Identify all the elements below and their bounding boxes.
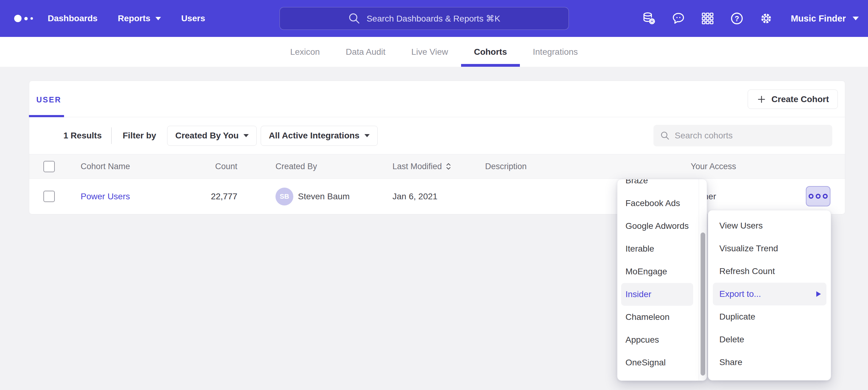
scrollbar-track (699, 179, 707, 381)
filter-by-label: Filter by (123, 131, 156, 140)
menu-item-duplicate[interactable]: Duplicate (708, 305, 831, 328)
menu-item-export-to[interactable]: Export to... (713, 283, 827, 305)
project-name: Music Finder (791, 13, 846, 24)
search-icon (660, 130, 670, 141)
chevron-down-icon (155, 17, 161, 20)
cohort-name-link[interactable]: Power Users (81, 192, 130, 201)
screen: Dashboards Reports Users Search Dashboar… (0, 0, 868, 390)
col-header-count: Count (185, 162, 237, 171)
menu-item-facebook-ads[interactable]: Facebook Ads (617, 192, 699, 215)
tab-live-view[interactable]: Live View (398, 37, 461, 67)
cohort-search-box (653, 125, 832, 147)
submenu-arrow-icon (816, 291, 821, 297)
chevron-down-icon (852, 17, 859, 20)
col-header-last-modified: Last Modified (393, 162, 485, 171)
svg-text:?: ? (735, 14, 739, 23)
export-menu-viewport: Braze Facebook Ads Google Adwords Iterab… (617, 179, 707, 381)
table-row: Power Users 22,777 SB Steven Baum Jan 6,… (29, 179, 845, 214)
nav-right-cluster: ? Music Finder (642, 0, 859, 37)
menu-item-view-users[interactable]: View Users (708, 215, 831, 237)
menu-item-braze[interactable]: Braze (617, 179, 699, 192)
top-nav: Dashboards Reports Users Search Dashboar… (0, 0, 868, 37)
menu-item-moengage[interactable]: MoEngage (617, 260, 699, 283)
chevron-down-icon (244, 134, 249, 137)
menu-item-refresh-count[interactable]: Refresh Count (708, 260, 831, 283)
export-menu-list: Braze Facebook Ads Google Adwords Iterab… (617, 179, 699, 374)
tab-user-cohorts[interactable]: USER (36, 95, 61, 104)
created-by-name: Steven Baum (298, 192, 350, 201)
cohort-search-input[interactable] (675, 131, 826, 140)
menu-item-chameleon[interactable]: Chameleon (617, 306, 699, 328)
filter-toolbar: 1 Results Filter by Created By You All A… (29, 117, 845, 154)
mixpanel-logo-icon[interactable] (14, 0, 33, 37)
menu-item-onesignal[interactable]: OneSignal (617, 351, 699, 374)
project-switcher[interactable]: Music Finder (791, 13, 859, 24)
integrations-filter-dropdown[interactable]: All Active Integrations (261, 126, 378, 146)
table-header: Cohort Name Count Created By Last Modifi… (29, 154, 845, 179)
results-count: 1 Results (63, 131, 102, 140)
global-search-placeholder: Search Dashboards & Reports ⌘K (367, 13, 500, 24)
divider (111, 127, 112, 144)
col-header-created-by: Created By (237, 162, 393, 171)
select-all-checkbox[interactable] (43, 161, 55, 172)
menu-item-delete[interactable]: Delete (708, 328, 831, 351)
search-icon (348, 12, 361, 25)
cohort-actions-menu: View Users Visualize Trend Refresh Count… (708, 210, 831, 381)
ellipsis-icon (809, 194, 813, 199)
nav-users[interactable]: Users (181, 13, 205, 23)
primary-nav: Dashboards Reports Users (48, 0, 205, 37)
tab-lexicon[interactable]: Lexicon (277, 37, 333, 67)
created-by-filter-dropdown[interactable]: Created By You (167, 126, 257, 146)
global-search-bar[interactable]: Search Dashboards & Reports ⌘K (279, 7, 569, 30)
menu-item-appcues[interactable]: Appcues (617, 328, 699, 351)
menu-item-visualize-trend[interactable]: Visualize Trend (708, 237, 831, 260)
menu-item-insider[interactable]: Insider (621, 283, 693, 306)
active-tab-underline (29, 115, 64, 117)
tab-cohorts[interactable]: Cohorts (461, 37, 520, 67)
scrollbar-thumb[interactable] (701, 232, 705, 376)
section-tabs: Lexicon Data Audit Live View Cohorts Int… (0, 37, 868, 67)
cohorts-card: USER Create Cohort 1 Results Filter by C… (29, 80, 845, 215)
sort-icon (445, 162, 452, 170)
row-more-options-button[interactable] (806, 186, 831, 206)
menu-item-google-adwords[interactable]: Google Adwords (617, 215, 699, 237)
last-modified-sort[interactable]: Last Modified (393, 162, 452, 171)
nav-reports[interactable]: Reports (118, 13, 161, 23)
help-icon[interactable]: ? (730, 11, 744, 26)
settings-icon[interactable] (759, 11, 773, 26)
chevron-down-icon (365, 134, 370, 137)
menu-item-iterable[interactable]: Iterable (617, 237, 699, 260)
apps-grid-icon[interactable] (701, 11, 715, 26)
col-header-cohort-name: Cohort Name (81, 162, 185, 171)
tab-integrations[interactable]: Integrations (520, 37, 591, 67)
plus-icon (756, 94, 767, 104)
feedback-icon[interactable] (671, 11, 685, 26)
cohort-count: 22,777 (211, 192, 237, 201)
data-definitions-icon[interactable] (642, 11, 656, 26)
avatar: SB (276, 188, 293, 205)
row-checkbox[interactable] (43, 191, 55, 202)
last-modified-value: Jan 6, 2021 (393, 192, 485, 201)
menu-item-share[interactable]: Share (708, 351, 831, 374)
col-header-description: Description (485, 162, 691, 171)
nav-dashboards[interactable]: Dashboards (48, 13, 98, 23)
create-cohort-button[interactable]: Create Cohort (748, 90, 838, 109)
export-destination-menu: Braze Facebook Ads Google Adwords Iterab… (617, 179, 707, 381)
col-header-your-access: Your Access (691, 162, 845, 171)
tab-data-audit[interactable]: Data Audit (333, 37, 398, 67)
cohort-type-header: USER Create Cohort (29, 81, 845, 117)
